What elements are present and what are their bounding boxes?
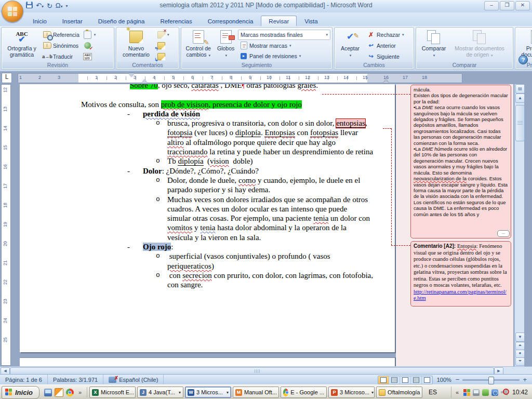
ruler-mark: 18 <box>3 203 8 208</box>
taskbar-button-manual[interactable]: MManual Oft... <box>233 387 279 398</box>
tab-selector[interactable]: L <box>2 73 12 83</box>
accept-icon: ✔ <box>342 30 358 44</box>
group-tracking: ✎ Control de cambios ▾ Globos▾ Marcas mo… <box>181 27 332 70</box>
draft-view-icon[interactable] <box>422 376 432 384</box>
horizontal-ruler[interactable]: 321123456789101112131415161718 <box>18 73 462 83</box>
accept-button[interactable]: ✔ Aceptar▾ <box>336 29 364 62</box>
scroll-down-icon[interactable]: ▼ <box>515 332 525 342</box>
keyboard-language-indicator[interactable]: ES <box>425 389 440 396</box>
next-comment-button[interactable]: ↳ <box>155 51 171 61</box>
previous-change-button[interactable]: ↩ Anterior <box>365 41 405 50</box>
horizontal-scrollbar[interactable]: ◀ ▶ <box>0 366 532 375</box>
tray-app-icon[interactable] <box>463 389 470 396</box>
web-layout-view-icon[interactable] <box>400 376 411 384</box>
clock[interactable]: 10:42 <box>511 389 528 396</box>
zoom-slider[interactable]: − + <box>456 377 527 382</box>
taskbar-button-excel[interactable]: XMicrosoft E... <box>89 387 136 398</box>
tab-correspondencia[interactable]: Correspondencia <box>200 16 261 26</box>
track-changes-icon: ✎ <box>191 30 206 44</box>
chevron-down-icon: ▾ <box>227 390 229 395</box>
restore-button[interactable]: ❐ <box>500 1 514 10</box>
comment-balloon-a2-entopsia[interactable]: Comentario [A2]: Entopsia: Fenómeno visu… <box>410 241 511 307</box>
vertical-ruler[interactable]: 1213141516171819202122232425 <box>1 84 11 366</box>
ruler-toggle-icon[interactable]: ▤ <box>515 84 525 94</box>
network-icon[interactable] <box>491 389 498 396</box>
scroll-up-icon[interactable]: ▲ <box>515 94 525 103</box>
language-indicator[interactable]: Español (Chile) <box>103 375 164 385</box>
new-comment-icon: ✶ <box>128 30 144 44</box>
show-desktop-icon[interactable] <box>44 389 52 396</box>
spelling-grammar-button[interactable]: ABC✔ Ortografía y gramática <box>3 29 41 62</box>
taskbar-button-word[interactable]: W3 Micros...▾ <box>185 387 231 398</box>
document-text[interactable]: Sobre 70, ojo seco, cataratas , DME¶ otr… <box>20 84 395 290</box>
minimize-button[interactable]: – <box>484 1 499 10</box>
comment-balloon-dme[interactable]: mácula.Existen dos tipos de degeneración… <box>410 85 511 238</box>
ruler-mark: 1 <box>19 75 22 80</box>
tab-inicio[interactable]: Inicio <box>25 16 55 26</box>
group-compare: Comparar▾ Mostrar documentos de origen ▾… <box>416 27 513 70</box>
tab-referencias[interactable]: Referencias <box>152 16 200 26</box>
compare-button[interactable]: Comparar▾ <box>418 29 450 62</box>
close-button[interactable]: ✕ <box>515 1 530 10</box>
doc-line: altiro al oftalmólogo porque quiere deci… <box>20 138 395 147</box>
chrome-icon[interactable] <box>66 389 74 396</box>
display-for-review-select[interactable]: Marcas mostradas finales▾ <box>238 30 330 40</box>
balloon-more-button[interactable]: ... <box>497 230 510 237</box>
translation-screentip-button[interactable]: ▾ <box>82 30 98 39</box>
page-indicator[interactable]: Página: 1 de 6 <box>0 375 48 385</box>
tab-diseño-de-página[interactable]: Diseño de página <box>90 16 153 26</box>
taskbar-button-powerpoint[interactable]: P3 Microso...▾ <box>328 387 375 398</box>
next-change-button[interactable]: ↪ Siguiente <box>365 51 405 61</box>
balloons-button[interactable]: Globos▾ <box>215 29 237 62</box>
help-button[interactable]: ? <box>518 55 528 64</box>
quick-launch-overflow-icon[interactable]: » <box>76 389 84 395</box>
page[interactable]: Sobre 70, ojo seco, cataratas , DME¶ otr… <box>20 84 395 352</box>
taskbar-button-chrome[interactable]: E - Google ... <box>281 387 327 398</box>
ruler-mark: 16 <box>383 75 389 80</box>
windows-logo-icon <box>5 389 12 396</box>
launcher-icon[interactable] <box>55 388 63 397</box>
tab-revisar[interactable]: Revisar <box>261 16 297 26</box>
zoom-track[interactable] <box>462 379 520 381</box>
tab-vista[interactable]: Vista <box>297 16 325 26</box>
zoom-in-icon[interactable]: + <box>523 377 527 382</box>
display-settings-icon[interactable] <box>473 389 480 396</box>
previous-page-icon[interactable]: ⏶ <box>515 342 525 350</box>
vertical-scrollbar[interactable]: ▤ ▲ ▼ ⏶ ● ⏷ <box>514 84 524 366</box>
show-markup-button[interactable]: Mostrar marcas▾ <box>238 41 330 50</box>
ruler-mark: 2 <box>114 75 117 80</box>
reviewing-pane-button[interactable]: ▸ Panel de revisiones▾ <box>238 51 330 61</box>
vertical-scroll-thumb[interactable] <box>515 105 525 141</box>
research-button[interactable]: Referencia <box>42 30 81 39</box>
previous-comment-button[interactable]: ↰ <box>155 41 171 50</box>
zoom-thumb[interactable] <box>488 377 494 384</box>
track-changes-button[interactable]: ✎ Control de cambios ▾ <box>183 29 214 62</box>
next-page-icon[interactable]: ⏷ <box>515 357 525 366</box>
print-layout-view-icon[interactable] <box>378 376 389 384</box>
select-browse-object-icon[interactable]: ● <box>515 350 525 358</box>
new-comment-button[interactable]: ✶ Nuevo comentario <box>118 29 154 62</box>
ruler-mark: 19 <box>3 222 8 227</box>
tab-insertar[interactable]: Insertar <box>55 16 90 26</box>
start-button[interactable]: Inicio <box>2 386 39 399</box>
full-screen-reading-view-icon[interactable] <box>389 376 400 384</box>
translate-button[interactable]: a→b Traducir <box>42 51 81 61</box>
delete-comment-button[interactable]: ✕▾ <box>155 30 171 39</box>
hide-icons-chevron-icon[interactable]: « <box>456 389 461 396</box>
set-language-button[interactable] <box>82 41 98 50</box>
ruler-mark: 13 <box>324 75 329 80</box>
word-count-indicator[interactable]: Palabras: 3/1.971 <box>48 375 103 385</box>
list-bullet: o <box>156 251 160 261</box>
chrome-icon <box>283 389 288 396</box>
reject-button[interactable]: ✗ Rechazar▾ <box>365 30 405 39</box>
hanging-indent-marker[interactable] <box>142 77 147 83</box>
taskbar-button-java[interactable]: J4 Java(T...▾ <box>137 387 183 398</box>
outline-view-icon[interactable] <box>411 376 422 384</box>
zoom-level[interactable]: 100% <box>437 377 451 383</box>
thesaurus-button[interactable]: Sinónimos <box>42 41 81 50</box>
network-plug-icon[interactable] <box>482 389 489 396</box>
office-button[interactable] <box>2 1 23 22</box>
word-count-button[interactable]: ABC123 <box>82 51 98 61</box>
taskbar-button-folder[interactable]: Oftalmología <box>376 387 422 398</box>
zoom-out-icon[interactable]: − <box>456 377 460 382</box>
